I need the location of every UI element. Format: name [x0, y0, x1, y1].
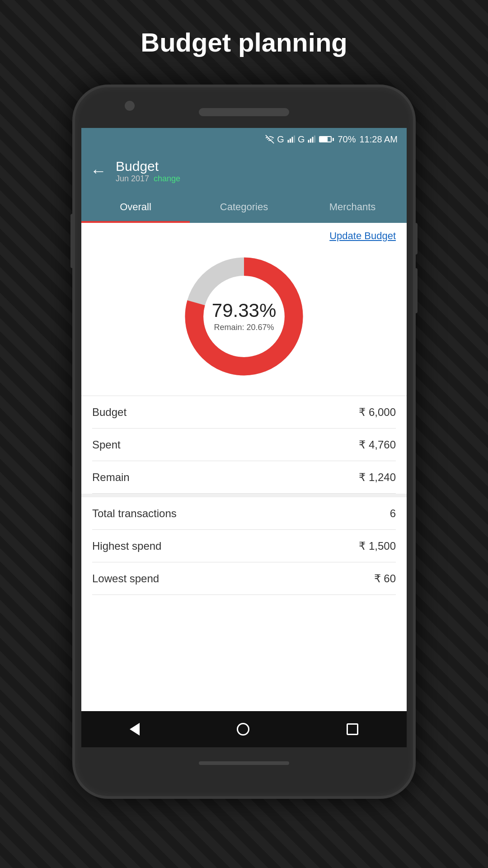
update-budget-link[interactable]: Update Budget	[329, 230, 396, 242]
highest-spend-label: Highest spend	[92, 540, 161, 552]
battery-percent: 70%	[338, 134, 356, 145]
battery-tip	[333, 138, 334, 141]
volume-button-right	[414, 268, 418, 313]
wifi-icon	[265, 135, 274, 144]
donut-center: 79.33% Remain: 20.67%	[212, 301, 276, 332]
spent-label: Spent	[92, 439, 121, 451]
budget-label: Budget	[92, 406, 127, 419]
total-transactions-label: Total transactions	[92, 507, 177, 520]
app-bar-title-group: Budget Jun 2017 change	[116, 159, 180, 184]
tab-bar: Overall Categories Merchants	[81, 191, 407, 223]
donut-chart: 79.33% Remain: 20.67%	[178, 251, 310, 382]
svg-rect-4	[308, 140, 310, 143]
signal-icon-1	[287, 135, 295, 143]
volume-button	[70, 214, 74, 268]
remain-row: Remain ₹ 1,240	[92, 461, 396, 494]
back-triangle-icon	[130, 723, 140, 736]
status-bar: G G	[81, 128, 407, 151]
battery-icon	[319, 136, 334, 142]
phone-bottom	[75, 747, 413, 788]
highest-spend-row: Highest spend ₹ 1,500	[92, 530, 396, 562]
app-bar: ← Budget Jun 2017 change	[81, 151, 407, 191]
svg-rect-2	[291, 137, 293, 143]
phone-shell: G G	[72, 85, 416, 799]
donut-remain-text: Remain: 20.67%	[212, 323, 276, 332]
donut-percent-text: 79.33%	[212, 301, 276, 320]
tab-overall[interactable]: Overall	[81, 191, 190, 223]
bottom-nav	[81, 711, 407, 747]
phone-top	[75, 87, 413, 128]
total-transactions-row: Total transactions 6	[92, 497, 396, 530]
budget-row: Budget ₹ 6,000	[92, 396, 396, 429]
lowest-spend-row: Lowest spend ₹ 60	[92, 562, 396, 595]
battery-body	[319, 136, 332, 142]
total-transactions-value: 6	[390, 507, 396, 520]
spent-row: Spent ₹ 4,760	[92, 429, 396, 461]
tab-merchants[interactable]: Merchants	[298, 191, 407, 223]
content-area: Update Budget 79.33% Remain: 20.67%	[81, 223, 407, 711]
clock: 11:28 AM	[359, 134, 398, 145]
recent-square-icon	[347, 723, 358, 735]
svg-rect-7	[314, 136, 315, 143]
highest-spend-value: ₹ 1,500	[359, 540, 396, 552]
lowest-spend-value: ₹ 60	[374, 572, 396, 585]
nav-back-button[interactable]	[130, 723, 140, 736]
speaker-grille	[199, 108, 289, 116]
svg-rect-5	[310, 139, 311, 143]
signal-icon-2	[307, 135, 315, 143]
home-circle-icon	[237, 723, 249, 736]
phone-screen: G G	[81, 128, 407, 747]
app-bar-title: Budget	[116, 159, 180, 174]
tab-categories[interactable]: Categories	[190, 191, 298, 223]
svg-rect-3	[294, 136, 295, 143]
svg-rect-6	[312, 137, 314, 143]
remain-value: ₹ 1,240	[359, 471, 396, 484]
back-button[interactable]: ←	[90, 161, 107, 180]
transactions-section: Total transactions 6 Highest spend ₹ 1,5…	[81, 494, 407, 595]
app-bar-date: Jun 2017	[116, 174, 149, 184]
phone-bottom-bar	[199, 761, 289, 765]
chart-container: 79.33% Remain: 20.67%	[81, 242, 407, 396]
svg-rect-1	[290, 139, 291, 143]
network-icons: G G	[265, 134, 315, 145]
change-link[interactable]: change	[154, 174, 180, 184]
spent-value: ₹ 4,760	[359, 439, 396, 451]
network-g-2: G	[298, 134, 305, 145]
update-budget-row: Update Budget	[81, 223, 407, 242]
lowest-spend-label: Lowest spend	[92, 572, 159, 585]
network-g-1: G	[277, 134, 284, 145]
power-button	[414, 223, 418, 255]
budget-value: ₹ 6,000	[359, 406, 396, 419]
battery-fill	[320, 137, 328, 142]
remain-label: Remain	[92, 471, 130, 484]
svg-rect-0	[287, 140, 289, 143]
stats-section: Budget ₹ 6,000 Spent ₹ 4,760 Remain ₹ 1,…	[81, 396, 407, 494]
front-camera	[125, 101, 135, 111]
app-bar-subtitle: Jun 2017 change	[116, 174, 180, 184]
page-title: Budget planning	[141, 27, 347, 57]
nav-home-button[interactable]	[237, 723, 249, 736]
nav-recent-button[interactable]	[347, 723, 358, 735]
